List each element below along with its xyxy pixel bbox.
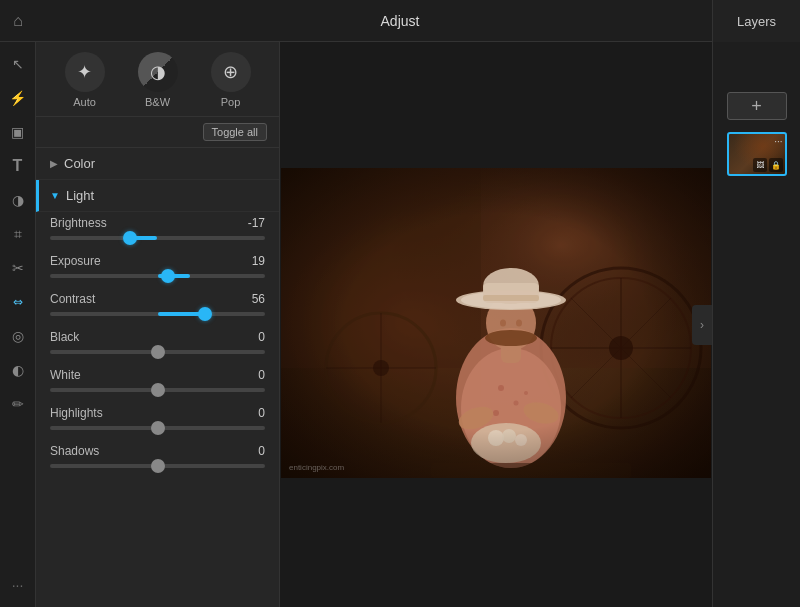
pop-icon: ⊕	[211, 52, 251, 92]
crop-tool[interactable]: ⌗	[4, 220, 32, 248]
light-chevron: ▼	[50, 190, 60, 201]
lightning-tool[interactable]: ⚡	[4, 84, 32, 112]
toggle-all-button[interactable]: Toggle all	[203, 123, 267, 141]
canvas-area: enticingpix.com ›	[280, 42, 712, 607]
cursor-tool[interactable]: ↖	[4, 50, 32, 78]
svg-text:enticingpix.com: enticingpix.com	[289, 463, 344, 472]
pop-preset[interactable]: ⊕ Pop	[211, 52, 251, 108]
toggle-all-row: Toggle all	[36, 117, 279, 148]
black-label: Black	[50, 330, 79, 344]
home-icon[interactable]: ⌂	[0, 0, 36, 42]
exposure-label: Exposure	[50, 254, 101, 268]
white-label: White	[50, 368, 81, 382]
brightness-thumb[interactable]	[123, 231, 137, 245]
shadows-label: Shadows	[50, 444, 99, 458]
exposure-value: 19	[252, 254, 265, 268]
photo-image: enticingpix.com	[281, 168, 711, 478]
layer-lock-icon: 🔒	[769, 158, 783, 172]
auto-preset[interactable]: ✦ Auto	[65, 52, 105, 108]
exposure-track[interactable]	[50, 274, 265, 278]
svg-rect-40	[281, 168, 711, 478]
mask-tool[interactable]: ◑	[4, 186, 32, 214]
brightness-track[interactable]	[50, 236, 265, 240]
adjust-panel-title: Adjust	[36, 13, 764, 29]
white-slider-row: White 0	[50, 368, 265, 392]
black-track[interactable]	[50, 350, 265, 354]
collapse-panel-button[interactable]: ›	[692, 305, 712, 345]
black-thumb[interactable]	[151, 345, 165, 359]
scissors-tool[interactable]: ✂	[4, 254, 32, 282]
highlights-track[interactable]	[50, 426, 265, 430]
highlights-thumb[interactable]	[151, 421, 165, 435]
text-tool[interactable]: T	[4, 152, 32, 180]
highlights-value: 0	[258, 406, 265, 420]
color-section-header[interactable]: ▶ Color	[36, 148, 279, 180]
left-toolbar: ↖ ⚡ ▣ T ◑ ⌗ ✂ ⇔ ◎ ◐ ✏ ···	[0, 42, 36, 607]
white-thumb[interactable]	[151, 383, 165, 397]
color-section-label: Color	[64, 156, 95, 171]
shadows-thumb[interactable]	[151, 459, 165, 473]
shadows-slider-row: Shadows 0	[50, 444, 265, 468]
exposure-slider-row: Exposure 19	[50, 254, 265, 278]
brightness-label: Brightness	[50, 216, 107, 230]
highlights-label: Highlights	[50, 406, 103, 420]
layer-image-icon: 🖼	[753, 158, 767, 172]
black-slider-row: Black 0	[50, 330, 265, 354]
bw-preset[interactable]: ◑ B&W	[138, 52, 178, 108]
add-layer-button[interactable]: +	[727, 92, 787, 120]
exposure-thumb[interactable]	[161, 269, 175, 283]
brightness-value: -17	[248, 216, 265, 230]
white-track[interactable]	[50, 388, 265, 392]
contrast-value: 56	[252, 292, 265, 306]
contrast-label: Contrast	[50, 292, 95, 306]
frame-tool[interactable]: ▣	[4, 118, 32, 146]
light-section-label: Light	[66, 188, 94, 203]
photo-container: enticingpix.com	[281, 168, 711, 482]
contrast-slider-row: Contrast 56	[50, 292, 265, 316]
gradient-tool[interactable]: ◐	[4, 356, 32, 384]
color-chevron: ▶	[50, 158, 58, 169]
contrast-track[interactable]	[50, 312, 265, 316]
bw-icon: ◑	[138, 52, 178, 92]
adjust-tool[interactable]: ⇔	[4, 288, 32, 316]
contrast-thumb[interactable]	[198, 307, 212, 321]
highlights-slider-row: Highlights 0	[50, 406, 265, 430]
black-value: 0	[258, 330, 265, 344]
presets-row: ✦ Auto ◑ B&W ⊕ Pop	[36, 42, 279, 117]
adjust-panel: ✦ Auto ◑ B&W ⊕ Pop Toggle all ▶ Color ▼ …	[36, 42, 280, 607]
pen-tool[interactable]: ✏	[4, 390, 32, 418]
sliders-area: Brightness -17 Exposure 19	[36, 212, 279, 490]
brightness-slider-row: Brightness -17	[50, 216, 265, 240]
light-section-header[interactable]: ▼ Light	[36, 180, 279, 212]
layer-options-icon: ···	[774, 136, 782, 147]
circle-tool[interactable]: ◎	[4, 322, 32, 350]
layers-panel: + ··· 🖼 🔒	[712, 42, 800, 607]
layer-thumbnail[interactable]: ··· 🖼 🔒	[727, 132, 787, 176]
auto-icon: ✦	[65, 52, 105, 92]
layers-panel-title: Layers	[737, 14, 776, 29]
shadows-value: 0	[258, 444, 265, 458]
more-tools-icon[interactable]: ···	[4, 571, 32, 599]
shadows-track[interactable]	[50, 464, 265, 468]
white-value: 0	[258, 368, 265, 382]
